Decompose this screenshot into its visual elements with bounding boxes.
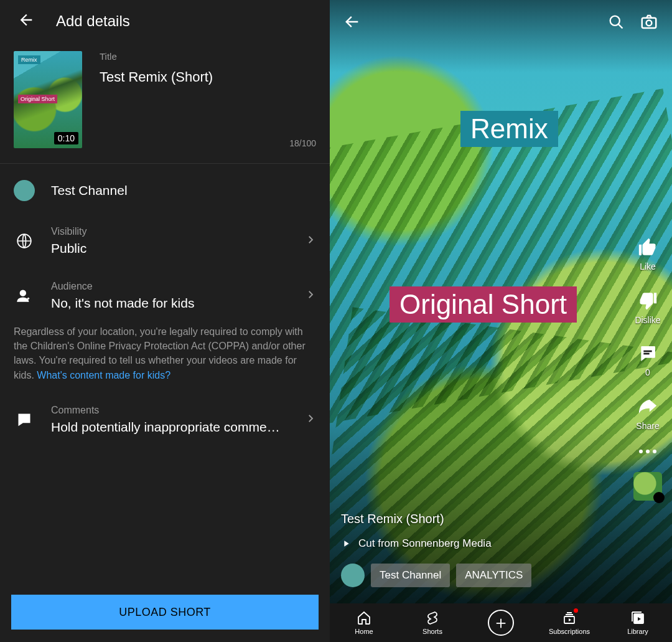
video-info: Test Remix (Short) Cut from Sonnenberg M… (341, 512, 616, 587)
dislike-button[interactable]: Dislike (635, 290, 660, 325)
nav-create[interactable]: ＋ (467, 603, 535, 642)
comments-row[interactable]: Comments Hold potentially inappropriate … (0, 392, 330, 447)
title-value[interactable]: Test Remix (Short) (100, 69, 316, 85)
svg-rect-6 (643, 351, 651, 352)
audio-source-thumb[interactable] (633, 472, 662, 501)
camera-icon[interactable] (640, 12, 658, 34)
visibility-label: Visibility (51, 226, 289, 237)
nav-library[interactable]: Library (604, 603, 672, 642)
svg-point-3 (610, 16, 620, 26)
like-label: Like (640, 262, 656, 271)
nav-library-label: Library (627, 628, 648, 635)
nav-home[interactable]: Home (330, 603, 398, 642)
audience-row[interactable]: Audience No, it's not made for kids (0, 268, 330, 323)
channel-avatar (14, 180, 35, 201)
thumb-remix-badge: Remix (18, 55, 40, 64)
visibility-value: Public (51, 241, 289, 256)
player-top-bar (343, 12, 658, 34)
comments-button[interactable]: 0 (638, 344, 658, 377)
legal-link[interactable]: What's content made for kids? (37, 370, 170, 380)
add-details-panel: Add details Remix Original Short 0:10 Ti… (0, 0, 330, 642)
chevron-right-icon (305, 413, 316, 427)
audience-label: Audience (51, 281, 289, 292)
video-title[interactable]: Test Remix (Short) (341, 512, 616, 526)
plus-icon: ＋ (488, 610, 514, 636)
thumb-duration: 0:10 (54, 132, 78, 144)
comments-value: Hold potentially inappropriate comme… (51, 420, 289, 435)
cut-from-source: Sonnenberg Media (402, 537, 492, 549)
page-title: Add details (56, 12, 130, 30)
nav-home-label: Home (355, 628, 373, 635)
channel-name: Test Channel (51, 183, 128, 198)
legal-notice: Regardless of your location, you're lega… (0, 323, 330, 392)
channel-row: Test Channel ANALYTICS (341, 564, 616, 587)
svg-rect-7 (643, 353, 649, 355)
svg-rect-4 (642, 18, 656, 28)
audience-value: No, it's not made for kids (51, 296, 289, 311)
analytics-chip[interactable]: ANALYTICS (456, 564, 531, 587)
svg-point-2 (27, 298, 29, 300)
thumb-original-badge: Original Short (18, 95, 57, 103)
search-icon[interactable] (607, 13, 625, 33)
settings-list: Test Channel Visibility Public Audience … (0, 164, 330, 451)
shorts-player-panel: Remix Original Short Like Dislike 0 Shar… (330, 0, 672, 642)
cut-from-prefix: Cut from (358, 537, 399, 549)
more-button[interactable] (639, 450, 656, 453)
share-label: Share (636, 421, 659, 431)
svg-point-5 (646, 21, 652, 26)
globe-icon (14, 233, 35, 249)
comments-count: 0 (645, 367, 650, 377)
cut-from-row[interactable]: Cut from Sonnenberg Media (341, 537, 616, 550)
chevron-right-icon (305, 289, 316, 303)
title-label: Title (100, 51, 316, 62)
chevron-right-icon (305, 234, 316, 248)
svg-point-1 (21, 290, 26, 296)
bottom-nav: Home Shorts ＋ Subscriptions Library (330, 603, 672, 642)
upload-short-button[interactable]: UPLOAD SHORT (11, 595, 319, 630)
notification-dot (574, 608, 578, 613)
overlay-original-label: Original Short (390, 286, 577, 323)
overlay-remix-label: Remix (460, 111, 558, 147)
player-channel-name[interactable]: Test Channel (371, 564, 450, 587)
back-icon[interactable] (17, 11, 35, 31)
comment-icon (14, 412, 35, 428)
comments-label: Comments (51, 405, 289, 416)
nav-shorts-label: Shorts (422, 628, 442, 635)
nav-shorts[interactable]: Shorts (398, 603, 467, 642)
left-header: Add details (0, 0, 330, 42)
player-back-icon[interactable] (343, 13, 361, 33)
nav-subscriptions-label: Subscriptions (549, 628, 590, 635)
title-section[interactable]: Remix Original Short 0:10 Title Test Rem… (0, 42, 330, 164)
share-button[interactable]: Share (636, 396, 659, 431)
dislike-label: Dislike (635, 315, 660, 325)
title-counter: 18/100 (289, 138, 316, 148)
player-channel-avatar[interactable] (341, 564, 365, 587)
side-action-rail: Like Dislike 0 Share (633, 237, 662, 501)
video-thumbnail[interactable]: Remix Original Short 0:10 (14, 51, 82, 148)
visibility-row[interactable]: Visibility Public (0, 214, 330, 268)
audience-icon (14, 288, 35, 304)
nav-subscriptions[interactable]: Subscriptions (535, 603, 604, 642)
audio-playing-icon (654, 493, 663, 502)
like-button[interactable]: Like (637, 237, 658, 271)
channel-row[interactable]: Test Channel (0, 168, 330, 214)
